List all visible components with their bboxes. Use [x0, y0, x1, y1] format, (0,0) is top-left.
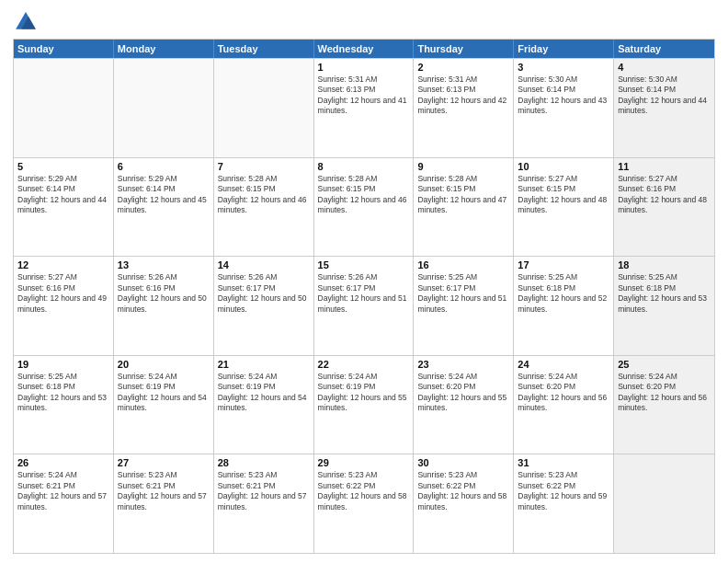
day-number: 24 — [518, 359, 609, 370]
logo-icon — [13, 9, 39, 35]
day-number: 31 — [518, 457, 609, 468]
day-number: 19 — [17, 359, 109, 370]
cal-cell: 12Sunrise: 5:27 AMSunset: 6:16 PMDayligh… — [14, 257, 114, 355]
cal-week: 12Sunrise: 5:27 AMSunset: 6:16 PMDayligh… — [14, 256, 714, 355]
cal-cell: 22Sunrise: 5:24 AMSunset: 6:19 PMDayligh… — [314, 356, 415, 454]
day-number: 14 — [218, 259, 310, 270]
cal-cell: 3Sunrise: 5:30 AMSunset: 6:14 PMDaylight… — [514, 59, 614, 157]
day-info: Sunrise: 5:30 AMSunset: 6:14 PMDaylight:… — [518, 75, 609, 117]
day-info: Sunrise: 5:30 AMSunset: 6:14 PMDaylight:… — [618, 75, 711, 117]
cal-cell: 5Sunrise: 5:29 AMSunset: 6:14 PMDaylight… — [14, 158, 114, 257]
day-info: Sunrise: 5:25 AMSunset: 6:18 PMDaylight:… — [17, 372, 109, 414]
cal-cell: 28Sunrise: 5:23 AMSunset: 6:21 PMDayligh… — [214, 454, 314, 553]
cal-header-day: Sunday — [14, 40, 114, 58]
header — [13, 9, 715, 35]
cal-cell — [614, 454, 714, 553]
cal-cell: 30Sunrise: 5:23 AMSunset: 6:22 PMDayligh… — [414, 454, 514, 553]
cal-cell: 16Sunrise: 5:25 AMSunset: 6:17 PMDayligh… — [414, 257, 514, 355]
day-info: Sunrise: 5:31 AMSunset: 6:13 PMDaylight:… — [318, 75, 410, 117]
cal-cell: 29Sunrise: 5:23 AMSunset: 6:22 PMDayligh… — [314, 454, 415, 553]
day-number: 3 — [518, 62, 609, 73]
cal-cell: 18Sunrise: 5:25 AMSunset: 6:18 PMDayligh… — [614, 257, 714, 355]
day-number: 20 — [118, 359, 210, 370]
day-number: 13 — [118, 259, 210, 270]
day-number: 10 — [518, 161, 609, 172]
day-number: 26 — [17, 457, 109, 468]
day-number: 4 — [618, 62, 711, 73]
day-info: Sunrise: 5:28 AMSunset: 6:15 PMDaylight:… — [218, 174, 310, 216]
cal-header-day: Friday — [514, 40, 614, 58]
day-info: Sunrise: 5:27 AMSunset: 6:15 PMDaylight:… — [518, 174, 609, 216]
day-info: Sunrise: 5:27 AMSunset: 6:16 PMDaylight:… — [17, 272, 109, 315]
day-number: 28 — [218, 457, 310, 468]
day-info: Sunrise: 5:28 AMSunset: 6:15 PMDaylight:… — [417, 174, 509, 216]
cal-cell — [114, 59, 214, 157]
day-info: Sunrise: 5:28 AMSunset: 6:15 PMDaylight:… — [318, 174, 410, 216]
cal-cell: 4Sunrise: 5:30 AMSunset: 6:14 PMDaylight… — [614, 59, 714, 157]
cal-cell: 21Sunrise: 5:24 AMSunset: 6:19 PMDayligh… — [214, 356, 314, 454]
day-number: 30 — [417, 457, 509, 468]
day-info: Sunrise: 5:24 AMSunset: 6:19 PMDaylight:… — [318, 372, 410, 414]
day-info: Sunrise: 5:24 AMSunset: 6:20 PMDaylight:… — [417, 372, 509, 414]
day-info: Sunrise: 5:29 AMSunset: 6:14 PMDaylight:… — [17, 174, 109, 216]
day-number: 2 — [417, 62, 509, 73]
day-number: 16 — [417, 259, 509, 270]
day-info: Sunrise: 5:24 AMSunset: 6:19 PMDaylight:… — [218, 372, 310, 414]
cal-cell: 9Sunrise: 5:28 AMSunset: 6:15 PMDaylight… — [414, 158, 514, 257]
cal-cell — [14, 59, 114, 157]
cal-week: 1Sunrise: 5:31 AMSunset: 6:13 PMDaylight… — [14, 58, 714, 157]
cal-cell: 6Sunrise: 5:29 AMSunset: 6:14 PMDaylight… — [114, 158, 214, 257]
day-number: 6 — [118, 161, 210, 172]
day-number: 27 — [118, 457, 210, 468]
day-info: Sunrise: 5:24 AMSunset: 6:20 PMDaylight:… — [518, 372, 609, 414]
cal-header-day: Saturday — [614, 40, 714, 58]
cal-cell: 23Sunrise: 5:24 AMSunset: 6:20 PMDayligh… — [414, 356, 514, 454]
cal-header-day: Monday — [114, 40, 214, 58]
day-number: 21 — [218, 359, 310, 370]
cal-cell: 8Sunrise: 5:28 AMSunset: 6:15 PMDaylight… — [314, 158, 415, 257]
cal-cell: 17Sunrise: 5:25 AMSunset: 6:18 PMDayligh… — [514, 257, 614, 355]
calendar-body: 1Sunrise: 5:31 AMSunset: 6:13 PMDaylight… — [14, 58, 714, 553]
day-number: 11 — [618, 161, 711, 172]
cal-cell: 25Sunrise: 5:24 AMSunset: 6:20 PMDayligh… — [614, 356, 714, 454]
day-info: Sunrise: 5:23 AMSunset: 6:21 PMDaylight:… — [218, 470, 310, 512]
day-number: 8 — [318, 161, 410, 172]
day-number: 23 — [417, 359, 509, 370]
cal-header-day: Tuesday — [214, 40, 314, 58]
day-number: 17 — [518, 259, 609, 270]
cal-cell: 2Sunrise: 5:31 AMSunset: 6:13 PMDaylight… — [414, 59, 514, 157]
cal-header-day: Thursday — [414, 40, 514, 58]
day-info: Sunrise: 5:23 AMSunset: 6:22 PMDaylight:… — [417, 470, 509, 512]
day-info: Sunrise: 5:25 AMSunset: 6:17 PMDaylight:… — [417, 272, 509, 315]
day-number: 18 — [618, 259, 711, 270]
cal-cell: 24Sunrise: 5:24 AMSunset: 6:20 PMDayligh… — [514, 356, 614, 454]
day-number: 1 — [318, 62, 410, 73]
cal-header-day: Wednesday — [314, 40, 415, 58]
cal-week: 5Sunrise: 5:29 AMSunset: 6:14 PMDaylight… — [14, 157, 714, 257]
cal-cell: 27Sunrise: 5:23 AMSunset: 6:21 PMDayligh… — [114, 454, 214, 553]
cal-cell: 11Sunrise: 5:27 AMSunset: 6:16 PMDayligh… — [614, 158, 714, 257]
cal-cell: 14Sunrise: 5:26 AMSunset: 6:17 PMDayligh… — [214, 257, 314, 355]
day-info: Sunrise: 5:26 AMSunset: 6:16 PMDaylight:… — [118, 272, 210, 315]
calendar-header: SundayMondayTuesdayWednesdayThursdayFrid… — [14, 40, 714, 58]
cal-cell: 19Sunrise: 5:25 AMSunset: 6:18 PMDayligh… — [14, 356, 114, 454]
page: SundayMondayTuesdayWednesdayThursdayFrid… — [0, 0, 728, 563]
cal-cell: 7Sunrise: 5:28 AMSunset: 6:15 PMDaylight… — [214, 158, 314, 257]
cal-week: 19Sunrise: 5:25 AMSunset: 6:18 PMDayligh… — [14, 355, 714, 454]
calendar: SundayMondayTuesdayWednesdayThursdayFrid… — [13, 39, 715, 554]
cal-cell: 15Sunrise: 5:26 AMSunset: 6:17 PMDayligh… — [314, 257, 415, 355]
day-info: Sunrise: 5:23 AMSunset: 6:22 PMDaylight:… — [318, 470, 410, 512]
day-info: Sunrise: 5:27 AMSunset: 6:16 PMDaylight:… — [618, 174, 711, 216]
day-info: Sunrise: 5:29 AMSunset: 6:14 PMDaylight:… — [118, 174, 210, 216]
day-number: 12 — [17, 259, 109, 270]
day-info: Sunrise: 5:23 AMSunset: 6:21 PMDaylight:… — [118, 470, 210, 512]
day-number: 22 — [318, 359, 410, 370]
day-info: Sunrise: 5:24 AMSunset: 6:21 PMDaylight:… — [17, 470, 109, 512]
day-info: Sunrise: 5:26 AMSunset: 6:17 PMDaylight:… — [218, 272, 310, 315]
cal-cell: 1Sunrise: 5:31 AMSunset: 6:13 PMDaylight… — [314, 59, 415, 157]
day-number: 5 — [17, 161, 109, 172]
day-info: Sunrise: 5:25 AMSunset: 6:18 PMDaylight:… — [518, 272, 609, 315]
cal-cell: 26Sunrise: 5:24 AMSunset: 6:21 PMDayligh… — [14, 454, 114, 553]
day-info: Sunrise: 5:25 AMSunset: 6:18 PMDaylight:… — [618, 272, 711, 315]
day-info: Sunrise: 5:26 AMSunset: 6:17 PMDaylight:… — [318, 272, 410, 315]
